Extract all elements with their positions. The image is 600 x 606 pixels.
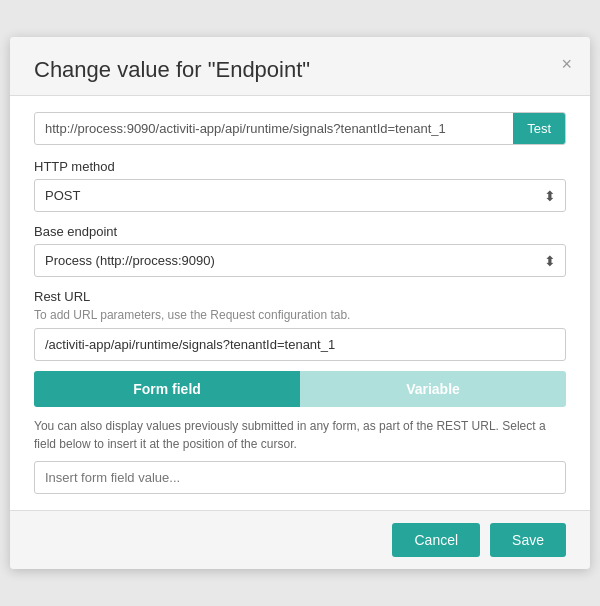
dialog-footer: Cancel Save [10,510,590,569]
insert-hint: You can also display values previously s… [34,417,566,453]
http-method-select[interactable]: POST GET PUT DELETE [34,179,566,212]
http-method-label: HTTP method [34,159,566,174]
tab-variable[interactable]: Variable [300,371,566,407]
cancel-button[interactable]: Cancel [392,523,480,557]
rest-url-label: Rest URL [34,289,566,304]
url-bar: http://process:9090/activiti-app/api/run… [34,112,566,145]
dialog-title: Change value for "Endpoint" [34,57,566,83]
http-method-wrapper: POST GET PUT DELETE ⬍ [34,179,566,212]
save-button[interactable]: Save [490,523,566,557]
base-endpoint-select[interactable]: Process (http://process:9090) [34,244,566,277]
tab-form-field[interactable]: Form field [34,371,300,407]
url-display: http://process:9090/activiti-app/api/run… [35,113,513,144]
dialog-body: http://process:9090/activiti-app/api/run… [10,96,590,510]
test-button[interactable]: Test [513,113,565,144]
insert-form-field-input[interactable] [34,461,566,494]
tab-row: Form field Variable [34,371,566,407]
change-value-dialog: Change value for "Endpoint" × http://pro… [10,37,590,569]
rest-url-input[interactable] [34,328,566,361]
close-button[interactable]: × [561,55,572,73]
base-endpoint-wrapper: Process (http://process:9090) ⬍ [34,244,566,277]
rest-url-hint: To add URL parameters, use the Request c… [34,308,566,322]
dialog-header: Change value for "Endpoint" × [10,37,590,96]
base-endpoint-label: Base endpoint [34,224,566,239]
